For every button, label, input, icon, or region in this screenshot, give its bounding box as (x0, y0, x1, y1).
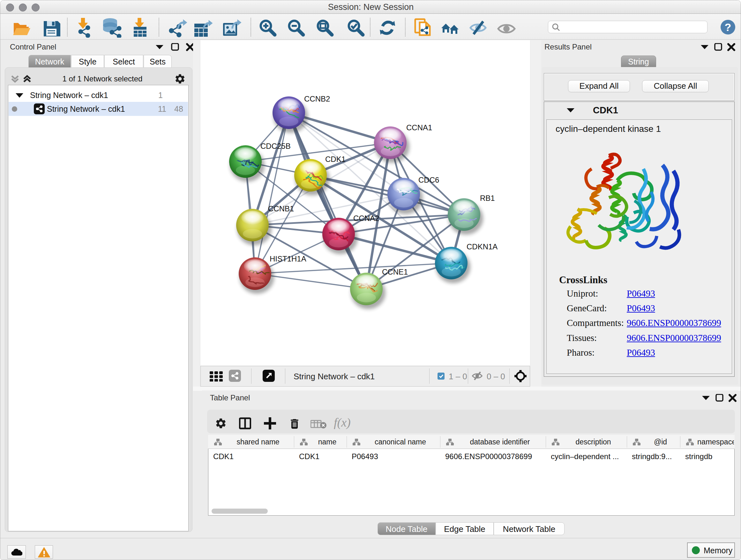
svg-text:CCNA2: CCNA2 (353, 214, 379, 223)
svg-text:HIST1H1A: HIST1H1A (270, 254, 307, 263)
svg-text:RB1: RB1 (480, 194, 495, 202)
svg-text:CCNA1: CCNA1 (406, 123, 432, 132)
svg-text:CCNE1: CCNE1 (382, 267, 408, 276)
svg-text:CDKN1A: CDKN1A (467, 242, 497, 251)
svg-text:CDC6: CDC6 (418, 176, 439, 184)
svg-text:CCNB1: CCNB1 (268, 204, 294, 213)
svg-text:CDK1: CDK1 (325, 155, 346, 164)
svg-text:CCNB2: CCNB2 (304, 95, 330, 103)
svg-text:CDC25B: CDC25B (260, 142, 291, 150)
